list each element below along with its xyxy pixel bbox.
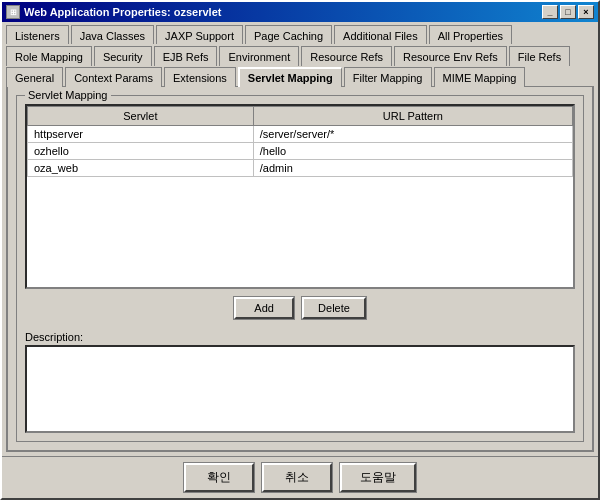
window-title: Web Application Properties: ozservlet [24,6,221,18]
servlet-cell: ozhello [28,143,254,160]
title-buttons: _ □ × [542,5,594,19]
tab-resource-refs[interactable]: Resource Refs [301,46,392,66]
tab-java-classes[interactable]: Java Classes [71,25,154,44]
tab-all-properties[interactable]: All Properties [429,25,512,44]
tab-file-refs[interactable]: File Refs [509,46,570,66]
window-icon: ⊞ [6,5,20,19]
servlet-mapping-group: Servlet Mapping Servlet URL Pattern http… [16,95,584,442]
delete-button[interactable]: Delete [302,297,366,319]
tab-role-mapping[interactable]: Role Mapping [6,46,92,66]
tab-row-1: Listeners Java Classes JAXP Support Page… [2,22,598,44]
tab-panel: Servlet Mapping Servlet URL Pattern http… [6,86,594,452]
maximize-button[interactable]: □ [560,5,576,19]
table-row[interactable]: ozhello /hello [28,143,573,160]
tab-mime-mapping[interactable]: MIME Mapping [434,67,526,87]
column-url-pattern: URL Pattern [253,107,572,126]
confirm-button[interactable]: 확인 [184,463,254,492]
tab-security[interactable]: Security [94,46,152,66]
add-button[interactable]: Add [234,297,294,319]
minimize-button[interactable]: _ [542,5,558,19]
url-cell: /admin [253,160,572,177]
servlet-table-container[interactable]: Servlet URL Pattern httpserver /server/s… [25,104,575,289]
tab-servlet-mapping[interactable]: Servlet Mapping [238,67,342,87]
table-row[interactable]: httpserver /server/server/* [28,126,573,143]
tab-extensions[interactable]: Extensions [164,67,236,87]
description-label: Description: [25,331,575,343]
url-cell: /server/server/* [253,126,572,143]
action-buttons: Add Delete [25,297,575,319]
title-bar: ⊞ Web Application Properties: ozservlet … [2,2,598,22]
cancel-button[interactable]: 취소 [262,463,332,492]
table-row[interactable]: oza_web /admin [28,160,573,177]
tab-ejb-refs[interactable]: EJB Refs [154,46,218,66]
tab-additional-files[interactable]: Additional Files [334,25,427,44]
tab-context-params[interactable]: Context Params [65,67,162,87]
tab-filter-mapping[interactable]: Filter Mapping [344,67,432,87]
tab-environment[interactable]: Environment [219,46,299,66]
tab-resource-env-refs[interactable]: Resource Env Refs [394,46,507,66]
close-button[interactable]: × [578,5,594,19]
tab-jaxp-support[interactable]: JAXP Support [156,25,243,44]
tab-general[interactable]: General [6,67,63,87]
bottom-bar: 확인 취소 도움말 [2,456,598,498]
tab-row-2: Role Mapping Security EJB Refs Environme… [2,44,598,65]
servlet-cell: httpserver [28,126,254,143]
help-button[interactable]: 도움말 [340,463,416,492]
tab-row-3: General Context Params Extensions Servle… [2,65,598,86]
url-cell: /hello [253,143,572,160]
main-window: ⊞ Web Application Properties: ozservlet … [0,0,600,500]
servlet-table: Servlet URL Pattern httpserver /server/s… [27,106,573,177]
tab-listeners[interactable]: Listeners [6,25,69,44]
group-box-title: Servlet Mapping [25,89,111,101]
description-input[interactable] [25,345,575,433]
column-servlet: Servlet [28,107,254,126]
servlet-cell: oza_web [28,160,254,177]
tab-page-caching[interactable]: Page Caching [245,25,332,44]
